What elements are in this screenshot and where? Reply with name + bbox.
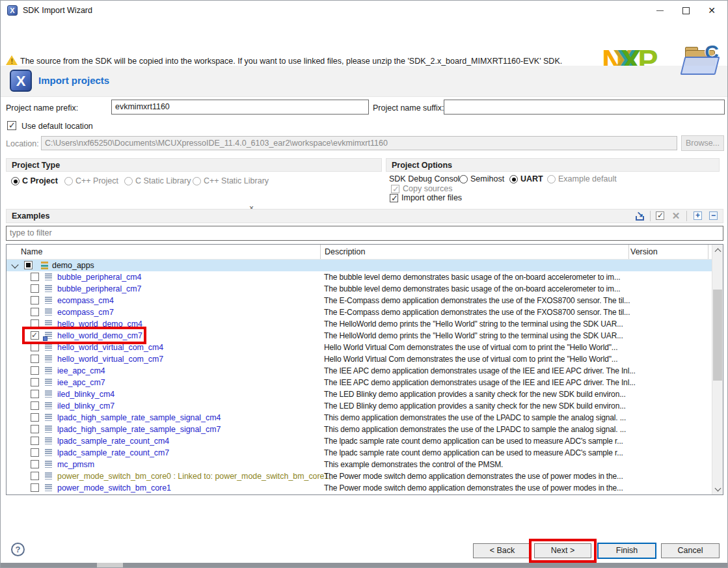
browse-button[interactable]: Browse... (681, 135, 724, 151)
select-all-icon[interactable] (655, 211, 666, 221)
table-row[interactable]: iled_blinky_cm4 The LED Blinky demo appl… (7, 388, 712, 400)
table-row[interactable]: lpadc_high_sample_rate_sample_signal_cm4… (7, 412, 712, 424)
example-name[interactable]: iled_blinky_cm7 (57, 401, 115, 411)
collapse-all-icon[interactable]: − (708, 211, 719, 221)
row-checkbox[interactable] (31, 437, 39, 445)
minimize-button[interactable] (647, 1, 673, 20)
row-checkbox[interactable] (31, 296, 39, 304)
use-default-location-checkbox[interactable] (7, 121, 16, 130)
example-description: The Power mode switch demo application d… (324, 483, 623, 493)
row-checkbox[interactable] (31, 460, 39, 468)
row-checkbox[interactable] (31, 390, 39, 398)
row-checkbox[interactable] (31, 378, 39, 386)
expand-all-icon[interactable]: + (693, 211, 703, 221)
example-name[interactable]: ecompass_cm7 (57, 308, 114, 317)
example-name[interactable]: hello_world_virtual_com_cm7 (57, 355, 163, 364)
table-row[interactable]: bubble_peripheral_cm7 The bubble level d… (7, 283, 712, 295)
row-checkbox[interactable] (31, 355, 39, 363)
finish-button[interactable]: Finish (597, 543, 656, 559)
filter-input[interactable]: type to filter (6, 226, 723, 241)
cancel-button[interactable]: Cancel (661, 543, 720, 558)
resize-grip[interactable] (97, 563, 123, 567)
table-row[interactable]: bubble_peripheral_cm4 The bubble level d… (7, 271, 712, 283)
row-checkbox[interactable] (31, 331, 39, 340)
example-description: The IEE APC demo application demonstrate… (324, 366, 636, 375)
copy-sources-checkbox[interactable] (391, 185, 399, 193)
example-name[interactable]: iee_apc_cm7 (57, 378, 105, 387)
example-name[interactable]: iled_blinky_cm4 (57, 390, 115, 399)
table-row[interactable]: lpadc_sample_rate_count_cm7 The lpadc sa… (7, 447, 712, 459)
radio-cpp-project[interactable] (64, 177, 73, 185)
example-name[interactable]: bubble_peripheral_cm7 (57, 284, 142, 293)
radio-example-default[interactable] (547, 175, 556, 183)
row-checkbox[interactable] (31, 425, 39, 433)
row-checkbox[interactable] (31, 483, 39, 492)
table-row[interactable]: iee_apc_cm7 The IEE APC demo application… (7, 377, 712, 388)
table-row[interactable]: iled_blinky_cm7 The LED Blinky demo appl… (7, 400, 712, 412)
import-example-icon[interactable]: ↘ (635, 211, 645, 221)
column-description[interactable]: Description (325, 247, 366, 256)
location-field: C:\Users\nxf65250\Documents\MCUXpressoID… (41, 136, 677, 150)
table-header[interactable]: Name Description Version (7, 245, 723, 260)
radio-c-project[interactable] (11, 177, 20, 185)
row-checkbox[interactable] (31, 472, 39, 480)
table-row[interactable]: lpadc_sample_rate_count_cm4 The lpadc sa… (7, 435, 712, 447)
row-checkbox[interactable] (31, 366, 39, 375)
example-name[interactable]: power_mode_switch_bm_core0 : Linked to: … (57, 472, 331, 481)
example-name[interactable]: mc_pmsm (57, 460, 94, 469)
table-row[interactable]: lpadc_high_sample_rate_sample_signal_cm7… (7, 424, 712, 435)
group-name: demo_apps (52, 261, 94, 270)
example-name[interactable]: power_mode_switch_bm_core1 (57, 483, 171, 493)
maximize-button[interactable] (673, 1, 699, 20)
table-row[interactable]: power_mode_switch_bm_core0 : Linked to: … (7, 470, 712, 482)
group-row-demo-apps[interactable]: demo_apps (7, 260, 712, 271)
vertical-scrollbar[interactable] (712, 245, 723, 494)
radio-c-static-library[interactable] (124, 177, 133, 185)
example-name[interactable]: hello_world_demo_cm7 (57, 331, 142, 340)
row-checkbox[interactable] (31, 413, 39, 422)
radio-uart[interactable] (509, 175, 518, 183)
example-name[interactable]: ecompass_cm4 (57, 296, 114, 305)
row-checkbox[interactable] (31, 401, 39, 410)
scroll-up-icon[interactable] (712, 245, 723, 256)
example-name[interactable]: lpadc_sample_rate_count_cm7 (57, 448, 169, 457)
column-name[interactable]: Name (21, 247, 42, 256)
project-name-prefix-input[interactable]: evkmimxrt1160 × (111, 100, 369, 115)
table-row[interactable] (7, 494, 712, 494)
row-checkbox[interactable] (31, 273, 39, 281)
table-row[interactable]: mc_pmsm This example demonstrates the co… (7, 459, 712, 470)
close-button[interactable]: ✕ (699, 1, 725, 20)
page-title: Import projects (38, 75, 109, 86)
import-other-files-checkbox[interactable] (390, 194, 398, 202)
radio-semihost[interactable] (459, 175, 468, 183)
demo-apps-checkbox[interactable] (24, 261, 33, 269)
example-name[interactable]: lpadc_sample_rate_count_cm4 (57, 437, 169, 446)
table-row[interactable]: power_mode_switch_bm_core1 The Power mod… (7, 482, 712, 494)
scrollbar-thumb[interactable] (713, 290, 722, 381)
example-name[interactable]: iee_apc_cm4 (57, 366, 105, 375)
project-name-suffix-input[interactable] (444, 100, 725, 115)
deselect-all-icon[interactable]: ✕ (671, 211, 681, 221)
table-row[interactable]: iee_apc_cm4 The IEE APC demo application… (7, 365, 712, 377)
row-checkbox[interactable] (31, 448, 39, 457)
example-description: The bubble level demo demonstrates basic… (324, 284, 621, 293)
radio-cpp-static-library[interactable] (193, 177, 201, 185)
scroll-down-icon[interactable] (712, 483, 723, 494)
table-row[interactable]: hello_world_demo_cm7 The HelloWorld demo… (7, 330, 712, 342)
example-file-icon (45, 344, 52, 351)
example-name[interactable]: hello_world_virtual_com_cm4 (57, 343, 163, 352)
table-row[interactable]: ecompass_cm7 The E-Compass demo applicat… (7, 306, 712, 318)
example-name[interactable]: lpadc_high_sample_rate_sample_signal_cm7 (57, 425, 221, 434)
chevron-down-icon[interactable] (11, 261, 18, 268)
table-row[interactable]: ecompass_cm4 The E-Compass demo applicat… (7, 295, 712, 306)
row-checkbox[interactable] (31, 308, 39, 316)
back-button[interactable]: < Back (473, 543, 532, 558)
window-bottom-edge (1, 563, 727, 567)
radio-example-default-label: Example default (558, 174, 617, 183)
example-name[interactable]: bubble_peripheral_cm4 (57, 273, 142, 282)
column-version[interactable]: Version (630, 247, 658, 256)
row-checkbox[interactable] (31, 284, 39, 293)
example-name[interactable]: lpadc_high_sample_rate_sample_signal_cm4 (57, 413, 221, 422)
table-row[interactable]: hello_world_virtual_com_cm7 Hello World … (7, 353, 712, 365)
help-button[interactable]: ? (11, 543, 25, 556)
